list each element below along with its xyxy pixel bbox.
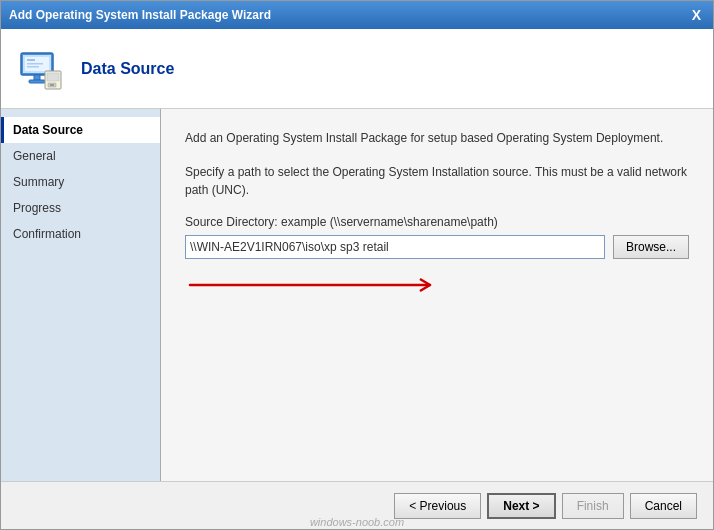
svg-rect-3 (27, 59, 35, 61)
next-button[interactable]: Next > (487, 493, 555, 519)
description-1: Add an Operating System Install Package … (185, 129, 689, 147)
svg-rect-4 (27, 63, 43, 65)
main-content: Add an Operating System Install Package … (161, 109, 713, 481)
svg-rect-6 (34, 75, 40, 80)
sidebar-item-confirmation[interactable]: Confirmation (1, 221, 160, 247)
watermark: windows-noob.com (310, 516, 404, 528)
sidebar-item-progress[interactable]: Progress (1, 195, 160, 221)
title-bar: Add Operating System Install Package Wiz… (1, 1, 713, 29)
svg-rect-11 (50, 84, 54, 86)
svg-rect-7 (29, 80, 45, 83)
wizard-header: Data Source (1, 29, 713, 109)
wizard-body: Data Source General Summary Progress Con… (1, 109, 713, 481)
close-button[interactable]: X (688, 7, 705, 23)
finish-button[interactable]: Finish (562, 493, 624, 519)
sidebar: Data Source General Summary Progress Con… (1, 109, 161, 481)
red-arrow (185, 275, 689, 298)
previous-button[interactable]: < Previous (394, 493, 481, 519)
browse-button[interactable]: Browse... (613, 235, 689, 259)
sidebar-item-summary[interactable]: Summary (1, 169, 160, 195)
field-label: Source Directory: example (\\servername\… (185, 215, 689, 229)
cancel-button[interactable]: Cancel (630, 493, 697, 519)
svg-rect-9 (47, 73, 59, 81)
svg-rect-5 (27, 66, 39, 68)
header-title: Data Source (81, 60, 174, 78)
description-2: Specify a path to select the Operating S… (185, 163, 689, 199)
window-title: Add Operating System Install Package Wiz… (9, 8, 271, 22)
sidebar-item-data-source[interactable]: Data Source (1, 117, 160, 143)
source-directory-input[interactable] (185, 235, 605, 259)
source-directory-row: Browse... (185, 235, 689, 259)
sidebar-item-general[interactable]: General (1, 143, 160, 169)
header-icon (17, 45, 65, 93)
